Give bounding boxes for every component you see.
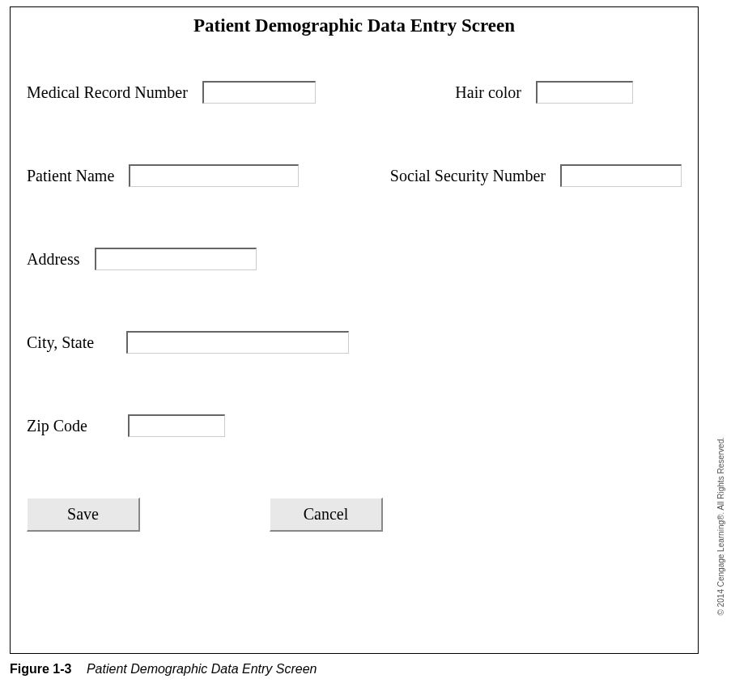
save-button[interactable]: Save (27, 498, 140, 532)
figure-title: Patient Demographic Data Entry Screen (87, 662, 317, 676)
button-row: Save Cancel (27, 498, 682, 532)
ssn-label: Social Security Number (390, 167, 546, 185)
figure-caption: Figure 1-3 Patient Demographic Data Entr… (10, 662, 731, 677)
mrn-label: Medical Record Number (27, 83, 188, 102)
field-ssn: Social Security Number (390, 164, 682, 187)
zip-label: Zip Code (27, 417, 87, 435)
hair-color-label: Hair color (455, 83, 521, 102)
field-mrn: Medical Record Number (27, 81, 316, 104)
figure-number: Figure 1-3 (10, 662, 71, 676)
field-patient-name: Patient Name (27, 164, 299, 187)
row-name-ssn: Patient Name Social Security Number (27, 164, 682, 187)
mrn-input[interactable] (202, 81, 316, 104)
zip-input[interactable] (128, 414, 225, 437)
address-label: Address (27, 250, 80, 269)
city-state-label: City, State (27, 333, 94, 352)
row-address: Address (27, 248, 682, 270)
row-zip: Zip Code (27, 414, 682, 437)
address-input[interactable] (95, 248, 257, 270)
hair-color-input[interactable] (536, 81, 633, 104)
row-city-state: City, State (27, 331, 682, 354)
city-state-input[interactable] (126, 331, 349, 354)
ssn-input[interactable] (560, 164, 682, 187)
patient-name-input[interactable] (129, 164, 299, 187)
field-zip: Zip Code (27, 414, 225, 437)
patient-name-label: Patient Name (27, 167, 114, 185)
page-title: Patient Demographic Data Entry Screen (27, 15, 682, 36)
form-container: Patient Demographic Data Entry Screen Me… (10, 6, 699, 654)
field-city-state: City, State (27, 331, 349, 354)
copyright-text: © 2014 Cengage Learning®. All Rights Res… (716, 437, 725, 615)
row-mrn-hair: Medical Record Number Hair color (27, 81, 682, 104)
field-address: Address (27, 248, 257, 270)
field-hair-color: Hair color (455, 81, 633, 104)
cancel-button[interactable]: Cancel (270, 498, 383, 532)
